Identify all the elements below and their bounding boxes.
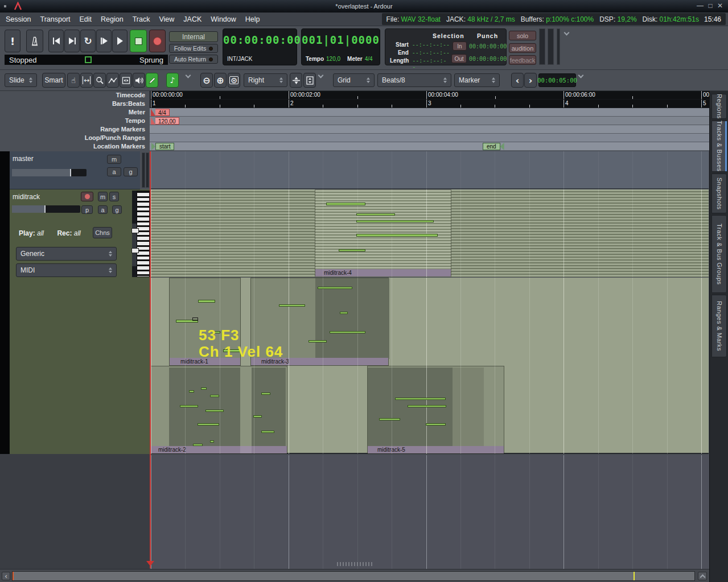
tools-overflow-chevron-icon[interactable] (186, 73, 191, 79)
edit-point-dropdown[interactable]: Marker (454, 73, 500, 87)
sidebar-tab-track-bus-groups[interactable]: Track & Bus Groups (711, 215, 727, 293)
location-marker-end[interactable]: end (483, 143, 504, 150)
midi-note[interactable] (395, 398, 446, 400)
secondary-clock-time[interactable]: 001|01|0000 (302, 34, 380, 46)
record-button[interactable] (149, 30, 166, 52)
zoom-in-button[interactable]: ⊕ (214, 73, 227, 88)
grid-unit-dropdown[interactable]: Beats/8 (377, 73, 451, 87)
midi-gain-fader[interactable] (12, 205, 80, 213)
midi-note[interactable] (198, 300, 215, 303)
empty-canvas[interactable] (151, 455, 709, 569)
midi-note[interactable] (261, 393, 270, 395)
midi-note[interactable] (180, 405, 198, 407)
location-markers-ruler[interactable]: startend (150, 142, 709, 151)
range-tool-button[interactable]: ↔ (80, 73, 93, 88)
grab-tool-button[interactable]: ☝ (67, 73, 80, 88)
midi-panic-button[interactable]: ! (5, 30, 20, 52)
punch-in-button[interactable]: In (453, 42, 467, 51)
selection-clock[interactable]: --:--:--:-- (412, 49, 450, 56)
menu-track[interactable]: Track (128, 15, 155, 23)
midi-note[interactable] (330, 331, 365, 333)
zoom-out-button[interactable]: ⊖ (200, 73, 213, 88)
range-markers-ruler[interactable] (150, 125, 709, 134)
midi-note-outline[interactable] (192, 317, 198, 321)
scroomer-handle-bottom[interactable] (131, 248, 139, 253)
smart-mode-button[interactable]: Smart (42, 73, 65, 88)
height-overflow-chevron-icon[interactable] (318, 73, 324, 79)
menu-window[interactable]: Window (206, 15, 240, 23)
midi-mute-button[interactable]: m (98, 192, 108, 201)
menu-jack[interactable]: JACK (179, 15, 206, 23)
midi-a-button[interactable]: a (98, 205, 108, 214)
midi-track-name[interactable]: miditrack (13, 193, 40, 201)
solo-button[interactable]: solo (509, 31, 536, 40)
snap-mode-dropdown[interactable]: Grid (333, 73, 375, 87)
zoom-focus-dropdown[interactable]: Right (244, 73, 287, 87)
midi-track-header[interactable]: miditrack m s p a g Play: all Rec: all C… (10, 189, 150, 454)
midi-note[interactable] (189, 390, 194, 393)
translate-mode-icon[interactable] (85, 56, 92, 63)
midi-note[interactable] (356, 220, 434, 222)
audition-button[interactable]: audition (509, 43, 536, 53)
channels-button[interactable]: Chns (93, 227, 112, 238)
draw-tool-button[interactable] (146, 73, 158, 88)
selection-clock[interactable]: --:--:--:-- (412, 42, 450, 48)
midi-note[interactable] (279, 304, 305, 307)
midi-p-button[interactable]: p (81, 205, 93, 214)
midi-rec-enable-button[interactable] (81, 192, 93, 201)
primary-clock-time[interactable]: 00:00:00:00 (223, 34, 297, 46)
region-miditrack-5[interactable]: miditrack-5 (367, 366, 504, 454)
automation-tool-button[interactable] (106, 73, 119, 88)
timecode-ruler[interactable]: 00:00:00:0000:00:02:0000:00:04:0000:00:0… (150, 91, 709, 100)
rec-channel-value[interactable]: all (74, 229, 81, 237)
region-name-bar[interactable]: miditrack-4 (315, 269, 451, 276)
sync-source-button[interactable]: Internal (169, 31, 218, 42)
metronome-button[interactable] (26, 30, 43, 52)
transport-overflow-chevron-icon[interactable] (564, 30, 570, 36)
editor-canvas[interactable]: miditrack-4 miditrack-1 miditrack-3 midi… (151, 151, 709, 569)
tempo-ruler[interactable]: 120,00 (150, 117, 709, 125)
midi-note[interactable] (326, 203, 365, 205)
midi-note[interactable] (201, 387, 207, 390)
region-name-bar[interactable]: miditrack-5 (368, 446, 504, 453)
master-track-header[interactable]: master m a g (10, 151, 140, 189)
close-button[interactable]: ✕ (716, 2, 724, 10)
master-mute-button[interactable]: m (107, 155, 121, 164)
generator-dropdown[interactable]: Generic (16, 247, 117, 261)
play-button[interactable] (112, 30, 127, 52)
midi-note[interactable] (210, 395, 219, 397)
sidebar-tab-ranges-marks[interactable]: Ranges & Marks (711, 295, 727, 357)
piano-keyboard[interactable] (137, 191, 150, 277)
menu-session[interactable]: Session (1, 15, 35, 23)
master-gain-fader[interactable] (12, 169, 87, 176)
pane-resize-handle[interactable] (337, 562, 372, 566)
stretch-tool-button[interactable] (120, 73, 132, 88)
midi-note[interactable] (309, 340, 327, 342)
menu-edit[interactable]: Edit (75, 15, 97, 23)
zoom-tool-button[interactable] (93, 73, 106, 88)
master-gain-button[interactable]: g (124, 167, 138, 176)
toolbar-overflow-chevron-icon[interactable] (578, 73, 584, 79)
nudge-clock-value[interactable]: 00:00:05:00 (537, 77, 577, 84)
midi-note[interactable] (318, 287, 352, 289)
tempo-value[interactable]: 120,0 (326, 56, 340, 62)
secondary-clock[interactable]: 001|01|0000 Tempo 120,0 Meter 4/4 (301, 28, 380, 65)
stop-button[interactable] (130, 30, 147, 52)
play-range-button[interactable] (96, 30, 112, 52)
zoom-fit-button[interactable]: ⊙ (228, 73, 240, 88)
nudge-clock[interactable]: 00:00:05:00 (538, 73, 576, 87)
nudge-back-button[interactable]: ‹ (511, 73, 524, 88)
playhead[interactable] (150, 151, 151, 568)
midi-note[interactable] (339, 249, 365, 251)
edit-note-tool-button[interactable]: ♪ (166, 73, 179, 88)
midi-note[interactable] (356, 213, 395, 216)
session-summary[interactable] (12, 571, 695, 581)
nudge-forward-button[interactable]: › (524, 73, 537, 88)
midi-note[interactable] (426, 423, 446, 426)
loop-punch-ruler[interactable] (150, 134, 709, 142)
punch-in-value[interactable]: 00:00:00:00 (469, 43, 507, 49)
bars-beats-ruler[interactable]: 12345 (150, 100, 709, 108)
midi-note[interactable] (340, 312, 348, 314)
sidebar-tab-regions[interactable]: Regions (711, 94, 727, 119)
midi-solo-button[interactable]: s (109, 192, 119, 201)
